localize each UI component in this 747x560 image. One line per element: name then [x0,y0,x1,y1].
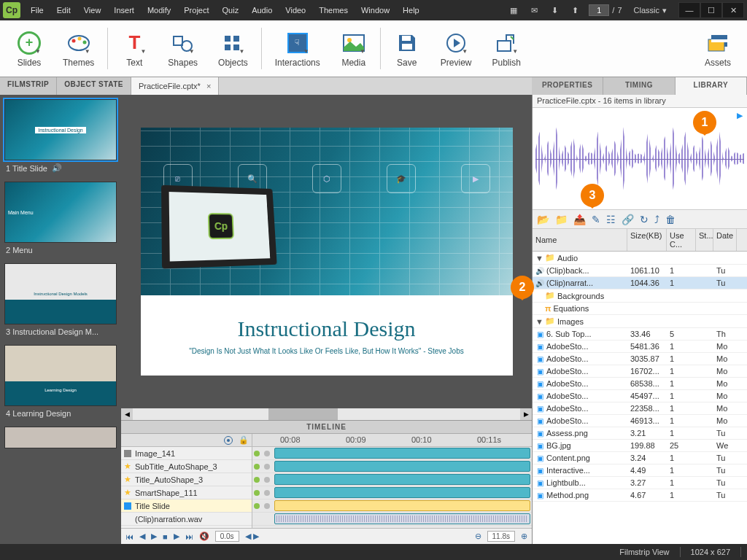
slide-canvas[interactable]: ⎚🔍⬡🎓▶ Cp Instructional Design "Design Is… [141,128,513,376]
lib-item[interactable]: ▣Assess.png 3.21 1 Tu [533,427,747,440]
menu-insert[interactable]: Insert [108,3,140,18]
col-date[interactable]: Date [713,229,737,251]
timeline-row-titleslide[interactable]: Title Slide [121,499,252,513]
col-use[interactable]: Use C... [667,229,696,251]
clip-smartshape[interactable] [274,487,530,498]
ribbon-shapes[interactable]: ▼ Shapes [158,22,208,75]
filmstrip-panel[interactable]: Instructional Design 1 Title Slide🔊 Main… [0,95,121,544]
ribbon-interactions[interactable]: ☟▼ Interactions [265,22,330,75]
lib-edit-icon[interactable]: ✎ [592,214,600,225]
timeline-row-smartshape[interactable]: ★SmartShape_111 [121,486,252,499]
close-button[interactable]: ✕ [722,2,744,18]
goto-end-icon[interactable]: ⏭ [185,532,193,541]
lib-item[interactable]: 🔊(Clip)back... 1061.10 1 Tu [533,265,747,277]
menu-quiz[interactable]: Quiz [217,3,245,18]
clip-image[interactable] [274,448,530,459]
thumb-4[interactable]: Learning Design 4 Learning Design [4,345,117,421]
scroll-left-icon[interactable]: ◀ [121,408,133,420]
preview-play-icon[interactable]: ▶ [737,111,743,120]
ribbon-themes[interactable]: ▼ Themes [53,22,104,75]
tab-filmstrip[interactable]: FILMSTRIP [0,77,57,95]
lib-item[interactable]: ▣Method.png 4.67 1 Tu [533,489,747,502]
menu-audio[interactable]: Audio [246,3,278,18]
lib-item[interactable]: ▣AdobeSto... 3035.87 1 Mo [533,353,747,365]
step-fwd-icon[interactable]: ▶ [174,532,179,541]
ribbon-objects[interactable]: ▼ Objects [208,22,258,75]
menu-modify[interactable]: Modify [142,3,177,18]
thumb-2[interactable]: Main Menu 2 Menu [4,182,117,257]
zoom-in-icon[interactable]: ⊕ [521,532,527,541]
lib-import-icon[interactable]: 📁 [555,214,568,225]
timeline-tracks[interactable]: 00:08 00:09 00:10 00:11s [252,434,532,528]
lib-item[interactable]: ▣BG.jpg 199.88 25 We [533,440,747,452]
page-current-input[interactable] [589,4,609,16]
thumb-5[interactable] [4,427,117,448]
goto-start-icon[interactable]: ⏮ [125,532,133,541]
clip-subtitle[interactable] [274,461,530,472]
stage-hscrollbar[interactable]: ◀ ▶ [121,408,532,420]
step-back-icon[interactable]: ◀ [139,532,145,541]
clip-title[interactable] [274,474,530,485]
mute-icon[interactable]: 🔇 [199,532,209,541]
upload-icon[interactable]: ⬆ [568,4,581,17]
lib-folder[interactable]: 📁Backgrounds [533,289,747,303]
close-file-icon[interactable]: × [206,82,211,90]
mail-icon[interactable]: ✉ [527,4,541,17]
lib-folder[interactable]: ▼📁Audio [533,252,747,265]
lib-open-icon[interactable]: 📂 [537,214,549,225]
thumb-3[interactable]: Instructional Design Models 3 Instructio… [4,263,117,339]
timeline-row-audio[interactable]: (Clip)narration.wav [121,513,252,526]
menu-help[interactable]: Help [397,3,425,18]
tab-library[interactable]: LIBRARY [676,77,747,95]
tab-object-state[interactable]: OBJECT STATE [57,77,131,95]
stage[interactable]: ⎚🔍⬡🎓▶ Cp Instructional Design "Design Is… [121,95,532,408]
timeline-row-subtitle[interactable]: ★SubTitle_AutoShape_3 [121,460,252,473]
lib-item[interactable]: ▣AdobeSto... 5481.36 1 Mo [533,341,747,353]
lib-props-icon[interactable]: ☷ [606,214,616,225]
ribbon-assets[interactable]: Assets [694,22,741,75]
lib-usage-icon[interactable]: ⤴ [654,214,659,225]
lib-link-icon[interactable]: 🔗 [622,214,634,225]
ribbon-publish[interactable]: ▼ Publish [481,22,530,75]
tab-timing[interactable]: TIMING [603,77,675,95]
lib-folder[interactable]: πEquations [533,303,747,315]
ribbon-slides[interactable]: +▼ Slides [6,22,53,75]
lock-icon[interactable]: 🔒 [239,435,249,445]
lib-item[interactable]: ▣Lightbulb... 3.27 1 Tu [533,477,747,489]
tab-properties[interactable]: PROPERTIES [532,77,603,95]
ribbon-text[interactable]: T▼ Text [111,22,158,75]
menu-view[interactable]: View [78,3,107,18]
menu-project[interactable]: Project [178,3,214,18]
play-icon[interactable]: ▶ [151,532,157,541]
scroll-thumb[interactable] [268,408,338,420]
lib-export-icon[interactable]: 📤 [573,214,586,225]
col-size[interactable]: Size(KB) [627,229,667,251]
lib-item[interactable]: ▣AdobeSto... 46913... 1 Mo [533,415,747,427]
maximize-button[interactable]: ☐ [700,2,722,18]
lib-refresh-icon[interactable]: ↻ [640,214,649,225]
timeline-row-title-shape[interactable]: ★Title_AutoShape_3 [121,473,252,486]
lib-item[interactable]: ▣AdobeSto... 68538... 1 Mo [533,378,747,390]
thumb-1[interactable]: Instructional Design 1 Title Slide🔊 [4,99,117,176]
clip-narration[interactable] [274,513,530,524]
zoom-out-icon[interactable]: ⊖ [475,532,481,541]
col-name[interactable]: Name [533,229,627,251]
download-icon[interactable]: ⬇ [548,4,561,17]
lib-item[interactable]: ▣AdobeSto... 45497... 1 Mo [533,390,747,402]
minimize-button[interactable]: — [678,2,700,18]
tab-file[interactable]: PracticeFile.cptx* × [131,77,219,95]
lib-item[interactable]: ▣Content.png 3.24 1 Tu [533,452,747,464]
menu-file[interactable]: File [25,3,50,18]
workspace-dropdown[interactable]: Classic ▾ [630,4,671,17]
library-table[interactable]: Name Size(KB) Use C... St... Date ▼📁Audi… [533,229,747,544]
menu-video[interactable]: Video [279,3,311,18]
lib-folder[interactable]: ▼📁Images [533,315,747,328]
stop-icon[interactable]: ■ [163,532,168,541]
scroll-right-icon[interactable]: ▶ [520,408,532,420]
ribbon-preview[interactable]: ▼ Preview [430,22,482,75]
lib-item[interactable]: ▣6. Sub Top... 33.46 5 Th [533,328,747,341]
visibility-icon[interactable] [224,436,233,445]
layout-icon[interactable]: ▦ [507,4,520,17]
lib-item[interactable]: 🔊(Clip)narrat... 1044.36 1 Tu [533,277,747,289]
ribbon-save[interactable]: Save [384,22,430,75]
